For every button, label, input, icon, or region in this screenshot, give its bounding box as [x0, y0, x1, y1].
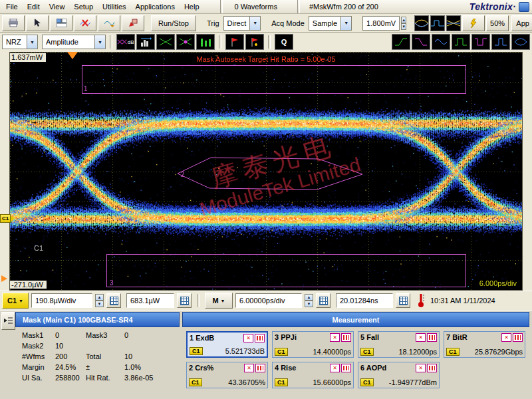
measurement-stats-icon[interactable]: [341, 364, 351, 372]
ground-marker-icon[interactable]: [1, 275, 7, 282]
measurement-stats-icon[interactable]: [341, 333, 351, 342]
measurement-cell[interactable]: 2 Crs% ✕ C1 43.36705%: [186, 362, 268, 388]
mask-test-icon[interactable]: [156, 34, 175, 50]
vertical-scale-stepper[interactable]: ▲▼: [95, 294, 104, 307]
measurement-cell[interactable]: 3 PPJi ✕ C1 14.40000ps: [272, 331, 354, 358]
trigger-level-stepper[interactable]: ▲▼: [401, 17, 406, 30]
measurement-stats-icon[interactable]: [427, 333, 437, 342]
measurement-label: 1 ExdB: [190, 334, 214, 342]
mask-stat-value: 258800: [55, 374, 86, 382]
measurement-value: 5.521733dB: [225, 347, 265, 355]
mask-stat-value: 0: [124, 331, 180, 339]
measurement-panel-header[interactable]: Measurement: [182, 312, 529, 327]
keypad-icon[interactable]: [106, 293, 121, 308]
menu-utilities[interactable]: Utilities: [98, 1, 130, 12]
eye-diagram-icon[interactable]: [414, 15, 429, 31]
measurement-stats-icon[interactable]: [513, 333, 523, 342]
pointer-icon[interactable]: [26, 15, 49, 31]
print-icon[interactable]: [2, 15, 25, 31]
sine-blue-icon[interactable]: [432, 34, 450, 50]
pulse-green-icon[interactable]: [452, 34, 470, 50]
trigger-level-input[interactable]: 1.800mV: [362, 16, 400, 31]
mask-margin-icon[interactable]: [176, 34, 195, 50]
mask-stat-label: Mask3: [86, 331, 124, 339]
signal-type-select[interactable]: NRZ ▼: [2, 35, 38, 49]
panel-selector-button[interactable]: [1, 312, 15, 330]
delete-measurement-icon[interactable]: ✕: [416, 364, 426, 372]
keypad-icon[interactable]: [316, 293, 331, 308]
measurement-label: 4 Rise: [275, 364, 296, 372]
q-factor-button[interactable]: Q: [275, 34, 293, 50]
mask-stat-label: #Wfms: [22, 352, 55, 360]
delete-measurement-icon[interactable]: ✕: [501, 333, 511, 342]
divider: [268, 35, 271, 49]
delete-measurement-icon[interactable]: ✕: [330, 333, 340, 342]
fifty-percent-button[interactable]: 50%: [486, 15, 509, 31]
measurement-cell[interactable]: 4 Rise ✕ C1 15.66000ps: [272, 362, 354, 388]
vertical-scale-field[interactable]: 190.8µW/div: [31, 293, 92, 308]
measurement-stats-icon[interactable]: [427, 364, 437, 372]
pulse-blue-icon[interactable]: [491, 34, 510, 50]
overlay-wfm-icon[interactable]: [446, 15, 461, 31]
measurement-cell[interactable]: 6 AOPd ✕ C1 -1.949777dBm: [358, 362, 440, 388]
tile-windows-icon[interactable]: [50, 15, 72, 31]
histogram-icon[interactable]: [136, 34, 155, 50]
menu-file[interactable]: File: [1, 1, 23, 12]
horizontal-scale-field[interactable]: 6.00000ps/div: [235, 293, 302, 308]
delete-measurement-icon[interactable]: ✕: [416, 333, 426, 342]
pulse-wfm-icon[interactable]: [430, 15, 445, 31]
clear-data-icon[interactable]: [74, 15, 96, 31]
mask-stat-value: 3.86e-05: [124, 374, 180, 382]
channel-reference-marker[interactable]: C1: [0, 214, 15, 223]
waveform-refresh-icon[interactable]: [98, 15, 120, 31]
run-stop-button[interactable]: Run/Stop: [151, 15, 196, 31]
eye-diagram-canvas[interactable]: [10, 53, 522, 290]
rise-magenta-icon[interactable]: [412, 34, 430, 50]
source-badge: C1: [189, 378, 202, 386]
acq-mode-select[interactable]: Sample ▼: [309, 16, 352, 31]
horizontal-position-field[interactable]: 20.01284ns: [336, 293, 393, 308]
measurement-cells: 1 ExdB ✕ C1 5.521733dB 3 PPJi ✕ C1 14.40…: [182, 327, 529, 392]
delete-measurement-icon[interactable]: ✕: [243, 334, 253, 342]
source-badge: C1: [275, 348, 288, 356]
keypad-icon[interactable]: [396, 293, 410, 308]
timebase-select-button[interactable]: M▼: [205, 293, 233, 309]
graticule[interactable]: Mask Autoseek Target Hit Ratio = 5.00e-0…: [9, 52, 523, 291]
menu-view[interactable]: View: [45, 1, 70, 12]
menu-edit[interactable]: Edit: [23, 1, 45, 12]
delete-measurement-icon[interactable]: ✕: [244, 364, 254, 372]
mask-stat-label: ±: [86, 363, 124, 371]
flag-red2-icon[interactable]: [245, 34, 264, 50]
vertical-bars-icon[interactable]: [196, 34, 215, 50]
app-button[interactable]: App: [511, 15, 532, 31]
measurement-stats-icon[interactable]: [255, 364, 265, 372]
pulse-magenta-icon[interactable]: [471, 34, 490, 50]
rise-green-icon[interactable]: [392, 34, 410, 50]
chevron-down-icon: ▼: [27, 35, 37, 49]
autoset-lightning-icon[interactable]: [462, 15, 485, 31]
mask-stat-label: Mask2: [22, 342, 55, 350]
menu-applications[interactable]: Applications: [131, 1, 180, 12]
menu-setup[interactable]: Setup: [69, 1, 98, 12]
eye-blue-icon[interactable]: [511, 34, 530, 50]
extinction-db-icon[interactable]: ⤫⤫dB: [116, 34, 135, 50]
mask-panel-header[interactable]: Mask (Main C1) 100GBASE-SR4: [15, 312, 180, 327]
vertical-offset-field[interactable]: 683.1µW: [126, 293, 174, 308]
measurement-cell[interactable]: 1 ExdB ✕ C1 5.521733dB: [186, 331, 268, 358]
measure-category-select[interactable]: Amplitude ▼: [42, 35, 106, 49]
flag-red-icon[interactable]: [225, 34, 244, 50]
menu-help[interactable]: Help: [180, 1, 204, 12]
corner-icon[interactable]: [519, 2, 529, 12]
horizontal-scale-stepper[interactable]: ▲▼: [305, 294, 313, 307]
measurement-cell[interactable]: 5 Fall ✕ C1 18.12000ps: [358, 331, 440, 358]
marker-arrow-icon: [11, 215, 15, 222]
annotate-icon[interactable]: [122, 15, 144, 31]
trigger-position-marker[interactable]: [67, 52, 78, 59]
measurement-cell[interactable]: 7 BitR ✕ C1 25.87629Gbps: [444, 331, 525, 358]
delete-measurement-icon[interactable]: ✕: [330, 364, 340, 372]
trigger-source-select[interactable]: Direct ▼: [223, 16, 261, 31]
measurement-stats-icon[interactable]: [255, 334, 265, 342]
keypad-icon[interactable]: [177, 293, 192, 308]
channel-select-button[interactable]: C1▼: [2, 293, 29, 309]
mask-stat-label: Hit Rat.: [86, 374, 124, 382]
